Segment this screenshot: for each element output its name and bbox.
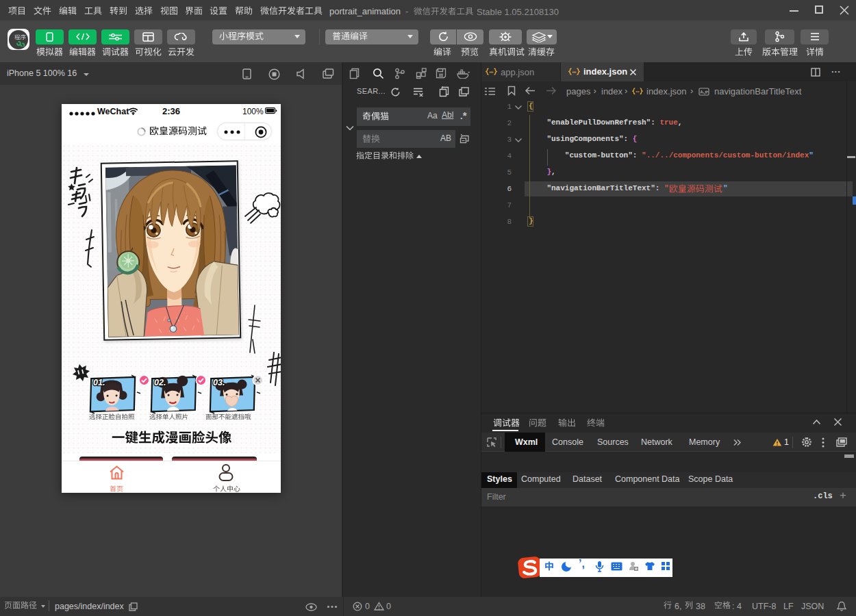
svg-text:02.: 02. [154,378,166,387]
svg-text:01.: 01. [93,378,105,387]
svg-text:03.: 03. [213,378,225,387]
